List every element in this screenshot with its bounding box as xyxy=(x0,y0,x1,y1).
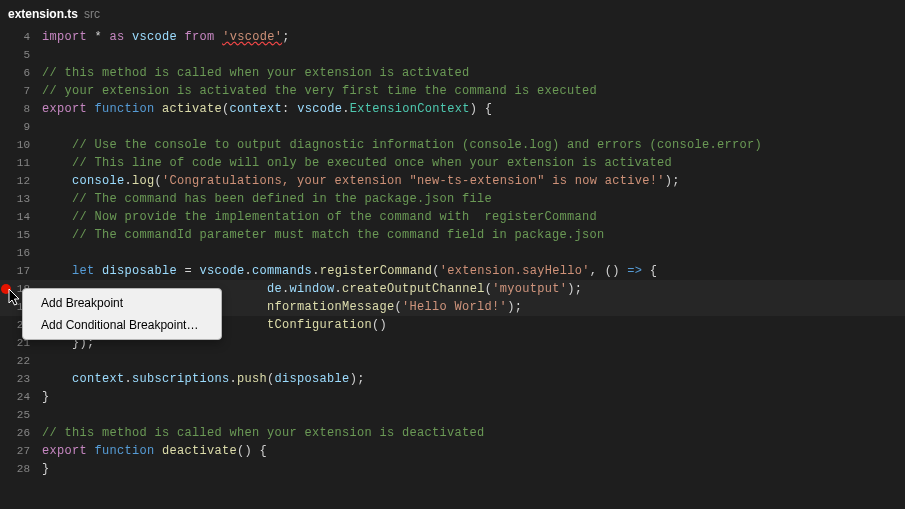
code-content[interactable]: // Use the console to output diagnostic … xyxy=(42,136,762,154)
code-line[interactable]: 22 xyxy=(0,352,905,370)
code-content[interactable]: // This line of code will only be execut… xyxy=(42,154,672,172)
line-number[interactable]: 4 xyxy=(0,28,42,46)
code-line[interactable]: 5 xyxy=(0,46,905,64)
line-number[interactable]: 23 xyxy=(0,370,42,388)
line-number[interactable]: 7 xyxy=(0,82,42,100)
code-line[interactable]: 10 // Use the console to output diagnost… xyxy=(0,136,905,154)
code-content[interactable]: export function deactivate() { xyxy=(42,442,267,460)
code-content[interactable]: // this method is called when your exten… xyxy=(42,424,485,442)
line-number[interactable]: 6 xyxy=(0,64,42,82)
menu-item-add-conditional-breakpoint[interactable]: Add Conditional Breakpoint… xyxy=(23,314,221,336)
line-number[interactable]: 11 xyxy=(0,154,42,172)
code-content[interactable]: } xyxy=(42,460,50,478)
code-content[interactable]: } xyxy=(42,388,50,406)
line-number[interactable]: 27 xyxy=(0,442,42,460)
line-number[interactable]: 26 xyxy=(0,424,42,442)
code-line[interactable]: 28} xyxy=(0,460,905,478)
menu-item-add-breakpoint[interactable]: Add Breakpoint xyxy=(23,292,221,314)
line-number[interactable]: 28 xyxy=(0,460,42,478)
line-number[interactable]: 14 xyxy=(0,208,42,226)
tab-bar: extension.ts src xyxy=(0,0,905,28)
code-content[interactable]: context.subscriptions.push(disposable); xyxy=(42,370,365,388)
code-line[interactable]: 9 xyxy=(0,118,905,136)
line-number[interactable]: 15 xyxy=(0,226,42,244)
tab-folder: src xyxy=(84,7,100,21)
code-line[interactable]: 13 // The command has been defined in th… xyxy=(0,190,905,208)
line-number[interactable]: 12 xyxy=(0,172,42,190)
code-content[interactable]: // The commandId parameter must match th… xyxy=(42,226,605,244)
code-line[interactable]: 25 xyxy=(0,406,905,424)
line-number[interactable]: 17 xyxy=(0,262,42,280)
code-line[interactable]: 4import * as vscode from 'vscode'; xyxy=(0,28,905,46)
code-line[interactable]: 12 console.log('Congratulations, your ex… xyxy=(0,172,905,190)
line-number[interactable]: 24 xyxy=(0,388,42,406)
code-line[interactable]: 17 let disposable = vscode.commands.regi… xyxy=(0,262,905,280)
line-number[interactable]: 13 xyxy=(0,190,42,208)
code-line[interactable]: 27export function deactivate() { xyxy=(0,442,905,460)
line-number[interactable]: 5 xyxy=(0,46,42,64)
code-line[interactable]: 14 // Now provide the implementation of … xyxy=(0,208,905,226)
code-content[interactable]: import * as vscode from 'vscode'; xyxy=(42,28,290,46)
code-content[interactable]: console.log('Congratulations, your exten… xyxy=(42,172,680,190)
code-content[interactable]: let disposable = vscode.commands.registe… xyxy=(42,262,657,280)
code-line[interactable]: 24} xyxy=(0,388,905,406)
line-number[interactable]: 10 xyxy=(0,136,42,154)
gutter-context-menu: Add Breakpoint Add Conditional Breakpoin… xyxy=(22,288,222,340)
line-number[interactable]: 22 xyxy=(0,352,42,370)
code-line[interactable]: 26// this method is called when your ext… xyxy=(0,424,905,442)
code-line[interactable]: 15 // The commandId parameter must match… xyxy=(0,226,905,244)
code-line[interactable]: 7// your extension is activated the very… xyxy=(0,82,905,100)
code-line[interactable]: 23 context.subscriptions.push(disposable… xyxy=(0,370,905,388)
cursor-icon xyxy=(8,289,22,307)
code-content[interactable]: // The command has been defined in the p… xyxy=(42,190,492,208)
code-content[interactable]: // Now provide the implementation of the… xyxy=(42,208,597,226)
code-editor[interactable]: 4import * as vscode from 'vscode';56// t… xyxy=(0,28,905,478)
code-line[interactable]: 16 xyxy=(0,244,905,262)
tab-filename[interactable]: extension.ts xyxy=(8,7,84,21)
code-line[interactable]: 11 // This line of code will only be exe… xyxy=(0,154,905,172)
line-number[interactable]: 25 xyxy=(0,406,42,424)
code-line[interactable]: 6// this method is called when your exte… xyxy=(0,64,905,82)
code-content[interactable]: export function activate(context: vscode… xyxy=(42,100,492,118)
code-content[interactable]: // your extension is activated the very … xyxy=(42,82,597,100)
code-content[interactable]: // this method is called when your exten… xyxy=(42,64,470,82)
line-number[interactable]: 9 xyxy=(0,118,42,136)
line-number[interactable]: 8 xyxy=(0,100,42,118)
line-number[interactable]: 16 xyxy=(0,244,42,262)
code-line[interactable]: 8export function activate(context: vscod… xyxy=(0,100,905,118)
